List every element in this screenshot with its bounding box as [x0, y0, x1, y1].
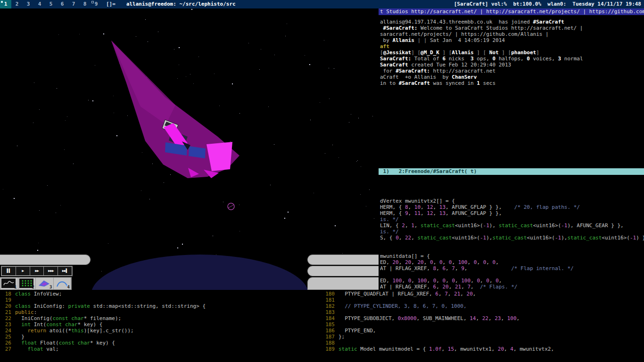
code-line: 186 PTYPE_END, [325, 328, 644, 334]
squiggle-icon [1, 279, 16, 288]
status-text: [SaraCraft] vol:% bt:100.0% wlan0: Tuesd… [451, 0, 644, 8]
dot-grid-icon [19, 279, 33, 288]
ship-view-button[interactable]: 3 [36, 278, 54, 289]
tag-4[interactable]: 4 [34, 0, 45, 8]
code-line: 189static Model mwunitmodel = { 1.0f, 15… [325, 346, 644, 352]
code-line: 19 [2, 297, 323, 303]
faster-forward-button[interactable]: ▶▶▶ [44, 267, 58, 275]
orbit-arc-icon [55, 279, 69, 288]
code-line: HERM, { 8, 10, 12, 13, AFUNC_GFLAP } }, … [380, 204, 644, 210]
hud-bar-bottom-right [307, 277, 379, 290]
vim-statusline: "sbre/models.cpp" [dos] 1267L, 48786C wr… [323, 352, 644, 358]
code-line: is. */ [380, 216, 644, 222]
tag-label: 9 [95, 1, 98, 7]
code-line: 23 int Int(const char* key) { [2, 321, 323, 328]
ship-icon [37, 279, 51, 288]
tag-3[interactable]: 3 [23, 0, 34, 8]
irc-line: aft [380, 43, 644, 49]
code-line [380, 241, 644, 247]
code-line: ED, 20, 20, 20, 0, 0, 0, 100, 0, 0, 0, [380, 259, 644, 265]
irssi-window[interactable]: t Studios http://saracraft.net/ | http:/… [379, 8, 644, 184]
code-line: 182 // PTYPE_CYLINDER, 3, 8, 6, 7, 0, 10… [325, 303, 644, 309]
play-button[interactable]: ▶ [16, 267, 30, 275]
tag-label: 1 [4, 1, 8, 7]
irc-line: in to #SaraCraft was synced in 1 secs [380, 80, 644, 86]
toolbar-key-label: 4 [67, 285, 70, 289]
code-line: 187}; [325, 334, 644, 340]
code-line: HERM, { 9, 11, 12, 13, AFUNC_GFLAP } }, [380, 210, 644, 216]
tag-indicator [91, 1, 94, 3]
code-line: 180 PTYPE_QUADFLAT | RFLAG_XREF, 6, 7, 2… [325, 291, 644, 297]
target-ring-slash [228, 205, 234, 208]
view-toolbar: 1 2 3 4 [0, 277, 72, 290]
vim-models-window[interactable]: 180 PTYPE_QUADFLAT | RFLAG_XREF, 6, 7, 2… [323, 290, 644, 358]
code-line: 25 } [2, 334, 323, 340]
vim-l3d-window[interactable]: 18class InfoView;19 20class IniConfig: p… [0, 290, 323, 358]
code-line [380, 247, 644, 253]
code-line: S, { 0, 22, static_cast<uint16>(-1),stat… [380, 235, 644, 241]
irc-line: aCraft +o Allanis by ChanServ [380, 74, 644, 80]
code-line [380, 186, 644, 192]
code-line: 24 return atoi((*this)[key].c_str()); [2, 328, 323, 334]
tag-8[interactable]: 8 [79, 0, 91, 8]
irc-line: SaraCraft: Total of 6 nicks 3 ops, 0 hal… [380, 56, 644, 62]
irc-input-line[interactable] [379, 175, 644, 184]
pause-button[interactable]: ▌▌ [2, 267, 16, 275]
vim-statusline: "l3d.h" 103L, 3295C 1,1 Top [0, 352, 323, 358]
tag-7[interactable]: 7 [68, 0, 79, 8]
time-accel-controls: ▌▌ ▶ ▶▶ ▶▶▶ ▶▶▌ [1, 266, 73, 276]
dwm-bar: 1 2 3 4 5 6 7 8 9 []= allanis@freedom: ~… [0, 0, 644, 8]
irc-topic-bar: t Studios http://saracraft.net/ | http:/… [379, 8, 644, 15]
code-line: 26 float Float(const char* key) { [2, 340, 323, 346]
irc-line: for #SaraCraft: http://saracraft.net [380, 68, 644, 74]
code-line [380, 272, 644, 278]
code-line: 184 PTYPE_SUBOBJECT, 0x8000, SUB_MAINWHE… [325, 315, 644, 321]
vim-buffer[interactable]: 18class InfoView;19 20class IniConfig: p… [0, 290, 323, 352]
code-line: AT | RFLAG_XREF, 6, 20, 21, 7, /* Flaps.… [380, 284, 644, 290]
irc-line: [@Jessikat] [@M_D_K ] [Allanis ] [ Not ]… [380, 49, 644, 56]
code-line [380, 192, 644, 198]
code-line: dVertex mwunitvtx2[] = { [380, 198, 644, 204]
code-line: AT | RFLAG_XREF, 8, 6, 7, 9, /* Flap int… [380, 265, 644, 272]
max-speed-button[interactable]: ▶▶▌ [58, 267, 72, 275]
focused-window-title: allanis@freedom: ~/src/lephisto/src [120, 0, 242, 8]
code-line: 181 [325, 297, 644, 303]
toolbar-key-label: 3 [50, 285, 52, 289]
code-line: 27 float val; [2, 346, 323, 352]
tag-6[interactable]: 6 [57, 0, 68, 8]
irc-line: #SaraCraft: Welcome to SaraCraft Studios… [380, 25, 644, 31]
tag-9[interactable]: 9 [91, 0, 102, 8]
toolbar-key-label: 2 [32, 285, 34, 289]
code-line: is. */ [380, 229, 644, 235]
irc-line: SaraCraft created Tue Feb 12 20:29:40 20… [380, 62, 644, 68]
game-viewport[interactable]: ▌▌ ▶ ▶▶ ▶▶▶ ▶▶▌ 1 2 [0, 8, 379, 290]
code-line: 22 IniConfig(const char* filename); [2, 315, 323, 321]
fast-forward-button[interactable]: ▶▶ [30, 267, 44, 275]
code-line: LIN, { 2, 1, static_cast<uint16>(-1), st… [380, 222, 644, 229]
code-line: mwunitdata[] = { [380, 253, 644, 259]
code-line: 18class InfoView; [2, 291, 323, 297]
tag-2[interactable]: 2 [11, 0, 23, 8]
irc-line: saracraft.net/projects/ | https://github… [380, 31, 644, 37]
code-line: 183 [325, 309, 644, 315]
code-line: ED, 100, 0, 100, 0, 0, 0, 100, 0, 0, 0, [380, 278, 644, 284]
tag-1[interactable]: 1 [0, 0, 11, 8]
layout-symbol[interactable]: []= [102, 0, 120, 8]
code-line: 185 [325, 321, 644, 328]
hud-bar-top-right [307, 255, 379, 265]
code-line: 188 [325, 340, 644, 346]
comms-view-button[interactable]: 1 [0, 278, 18, 289]
hud-bar-top-left [0, 255, 91, 265]
vim-models-clipped-region[interactable]: dVertex mwunitvtx2[] = {HERM, { 8, 10, 1… [379, 184, 644, 290]
tag-indicator [1, 1, 3, 3]
code-line: 21public: [2, 309, 323, 315]
toolbar-key-label: 1 [14, 285, 17, 289]
irc-line: by Allanis | | Sat Jan 4 14:05:19 2014 [380, 37, 644, 43]
hud-bar-mid-right [307, 266, 379, 276]
code-line: 20class IniConfig: private std::map<std:… [2, 303, 323, 309]
map-view-button[interactable]: 2 [18, 278, 36, 289]
orbit-view-button[interactable]: 4 [54, 278, 72, 289]
tag-5[interactable]: 5 [45, 0, 57, 8]
irc-scrollback: allanis@94.197.174.43.threembb.co.uk has… [379, 15, 644, 86]
vim-buffer[interactable]: 180 PTYPE_QUADFLAT | RFLAG_XREF, 6, 7, 2… [323, 290, 644, 352]
